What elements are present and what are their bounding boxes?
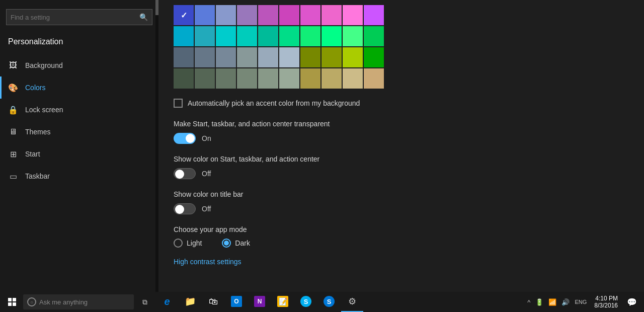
sidebar-item-label-colors: Colors bbox=[25, 84, 45, 92]
color-swatch[interactable] bbox=[216, 26, 236, 46]
color-swatch[interactable] bbox=[300, 68, 320, 89]
color-swatch[interactable] bbox=[364, 5, 384, 25]
taskbar-app-settings[interactable]: ⚙ bbox=[341, 292, 363, 312]
taskbar-app-onenote[interactable]: N bbox=[249, 292, 271, 312]
sidebar-item-label-background: Background bbox=[25, 61, 63, 69]
color-swatch[interactable] bbox=[258, 68, 278, 89]
wifi-icon[interactable]: 📶 bbox=[547, 298, 558, 306]
taskbar-app-stickynotes[interactable]: 📝 bbox=[272, 292, 294, 312]
show-color-start-section: Show color on Start, taskbar, and action… bbox=[174, 155, 629, 179]
search-box[interactable]: 🔍 bbox=[6, 9, 152, 25]
radio-light[interactable]: Light bbox=[174, 239, 202, 248]
color-swatch[interactable] bbox=[364, 47, 384, 67]
color-swatch[interactable] bbox=[321, 5, 342, 25]
files-icon: 📁 bbox=[185, 296, 196, 307]
onenote-icon: N bbox=[254, 296, 265, 307]
color-swatch[interactable] bbox=[237, 47, 257, 67]
sidebar-item-themes[interactable]: 🖥 Themes bbox=[0, 121, 158, 143]
taskbar-app-outlook[interactable]: O bbox=[225, 292, 248, 312]
color-swatch[interactable] bbox=[195, 68, 215, 89]
taskbar: ○ Ask me anything ⧉ e 📁 🛍 O N 📝 bbox=[0, 292, 644, 312]
task-view-button[interactable]: ⧉ bbox=[135, 292, 155, 312]
color-swatch[interactable] bbox=[195, 26, 215, 46]
color-swatch[interactable] bbox=[279, 47, 299, 67]
high-contrast-link[interactable]: High contrast settings bbox=[174, 258, 242, 266]
color-swatch[interactable] bbox=[300, 5, 320, 25]
color-swatch[interactable] bbox=[364, 26, 384, 46]
taskbar-app-skype1[interactable]: S bbox=[295, 292, 317, 312]
cortana-text: Ask me anything bbox=[39, 298, 88, 306]
color-swatch[interactable] bbox=[174, 26, 194, 46]
lock-screen-icon: 🔒 bbox=[8, 105, 18, 115]
color-swatch[interactable] bbox=[174, 47, 194, 67]
color-swatch[interactable] bbox=[216, 47, 236, 67]
taskbar-nav-icon: ▭ bbox=[8, 171, 18, 181]
color-swatch[interactable] bbox=[216, 5, 236, 25]
color-swatch[interactable] bbox=[279, 68, 299, 89]
system-tray: ^ 🔋 📶 🔊 ENG bbox=[524, 298, 590, 306]
color-swatch[interactable] bbox=[195, 47, 215, 67]
start-button[interactable] bbox=[2, 292, 22, 312]
sidebar-item-background[interactable]: 🖼 Background bbox=[0, 54, 158, 76]
radio-dark[interactable]: Dark bbox=[222, 239, 250, 248]
skype2-icon: S bbox=[324, 296, 335, 307]
language-icon[interactable]: ENG bbox=[573, 299, 588, 305]
auto-accent-label: Automatically pick an accent color from … bbox=[188, 99, 360, 107]
color-swatch[interactable] bbox=[258, 26, 278, 46]
taskbar-app-files[interactable]: 📁 bbox=[179, 292, 201, 312]
color-swatch[interactable] bbox=[343, 47, 363, 67]
show-color-start-toggle[interactable] bbox=[174, 168, 196, 179]
taskbar-app-skype2[interactable]: S bbox=[318, 292, 340, 312]
taskbar-app-edge[interactable]: e bbox=[156, 292, 178, 312]
color-swatch[interactable] bbox=[195, 5, 215, 25]
color-swatch[interactable] bbox=[237, 68, 257, 89]
svg-rect-2 bbox=[8, 302, 12, 306]
color-swatch[interactable] bbox=[174, 5, 194, 25]
color-swatch[interactable] bbox=[364, 68, 384, 89]
search-button[interactable]: 🔍 bbox=[135, 13, 152, 21]
sidebar-item-taskbar[interactable]: ▭ Taskbar bbox=[0, 165, 158, 187]
cortana-search[interactable]: ○ Ask me anything bbox=[23, 294, 134, 309]
color-swatch[interactable] bbox=[343, 26, 363, 46]
search-input[interactable] bbox=[7, 14, 135, 21]
color-grid bbox=[174, 5, 629, 89]
battery-icon[interactable]: 🔋 bbox=[534, 298, 545, 306]
transparent-toggle[interactable] bbox=[174, 133, 196, 144]
color-swatch[interactable] bbox=[300, 26, 320, 46]
color-swatch[interactable] bbox=[237, 26, 257, 46]
background-icon: 🖼 bbox=[8, 60, 18, 70]
notification-button[interactable]: 💬 bbox=[622, 292, 642, 312]
show-color-titlebar-toggle-knob bbox=[175, 205, 184, 214]
color-swatch[interactable] bbox=[279, 5, 299, 25]
color-swatch[interactable] bbox=[321, 68, 342, 89]
taskbar-clock[interactable]: 4:10 PM 8/3/2016 bbox=[591, 295, 621, 309]
show-color-titlebar-toggle[interactable] bbox=[174, 203, 196, 214]
sidebar-item-start[interactable]: ⊞ Start bbox=[0, 143, 158, 165]
color-swatch[interactable] bbox=[258, 5, 278, 25]
color-swatch[interactable] bbox=[321, 47, 342, 67]
sidebar-item-colors[interactable]: 🎨 Colors bbox=[0, 76, 158, 99]
cortana-icon: ○ bbox=[27, 297, 36, 306]
taskbar-app-store[interactable]: 🛍 bbox=[202, 292, 224, 312]
color-swatch[interactable] bbox=[279, 26, 299, 46]
color-swatch[interactable] bbox=[216, 68, 236, 89]
color-swatch[interactable] bbox=[300, 47, 320, 67]
color-swatch[interactable] bbox=[237, 5, 257, 25]
sidebar-item-label-themes: Themes bbox=[25, 128, 51, 136]
sound-icon[interactable]: 🔊 bbox=[560, 298, 571, 306]
taskbar-apps: e 📁 🛍 O N 📝 S S ⚙ bbox=[156, 292, 523, 312]
radio-light-label: Light bbox=[187, 239, 202, 247]
auto-accent-checkbox[interactable] bbox=[174, 99, 183, 108]
skype1-icon: S bbox=[300, 296, 311, 307]
color-swatch[interactable] bbox=[343, 68, 363, 89]
color-swatch[interactable] bbox=[343, 5, 363, 25]
transparent-section: Make Start, taskbar, and action center t… bbox=[174, 120, 629, 144]
sidebar-item-lock-screen[interactable]: 🔒 Lock screen bbox=[0, 99, 158, 121]
sidebar-title: Personalization bbox=[0, 33, 158, 54]
color-swatch[interactable] bbox=[174, 68, 194, 89]
svg-rect-1 bbox=[13, 298, 16, 301]
app-mode-radio-row: Light Dark bbox=[174, 239, 629, 248]
color-swatch[interactable] bbox=[258, 47, 278, 67]
color-swatch[interactable] bbox=[321, 26, 342, 46]
chevron-up-icon[interactable]: ^ bbox=[526, 298, 532, 306]
